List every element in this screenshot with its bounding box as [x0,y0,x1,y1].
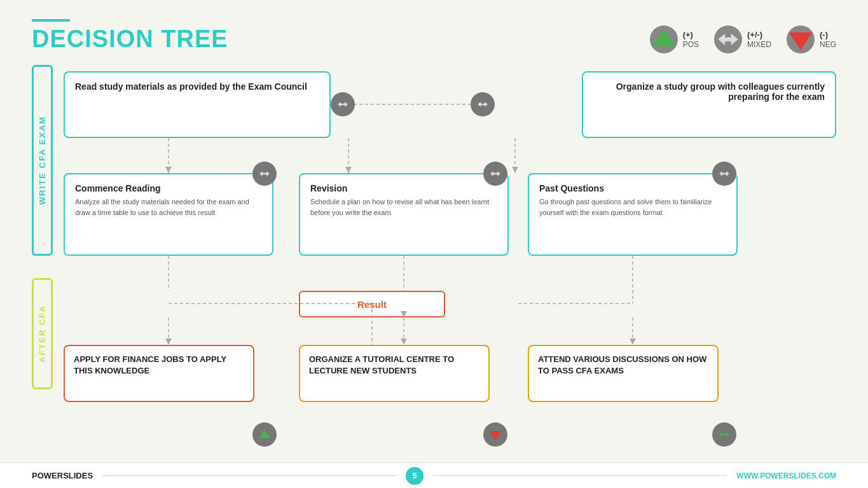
box-revision: Revision Schedule a plan on how to revis… [299,173,509,256]
box-commence: Commence Reading Analyze all the study m… [64,173,273,256]
title-black: DECISION [32,25,161,52]
svg-marker-26 [490,171,500,176]
side-label-write: WRITE CFA EXAM [32,65,53,256]
legend-mixed-text: (+/-) MIXED [747,30,771,49]
connector-revision-top [483,162,507,186]
mixed-arrow-circle [714,25,742,53]
title-accent [32,19,70,22]
svg-marker-17 [345,167,352,173]
footer-page-number: 5 [406,467,424,485]
svg-marker-20 [165,338,172,345]
box-commence-title: Commence Reading [75,183,262,193]
connector-apply-arrow [252,422,277,447]
header: DECISION TREE (+) POS [32,19,836,53]
svg-marker-25 [259,171,270,176]
legend-pos: (+) POS [650,25,699,53]
box-attend-title: ATTEND VARIOUS DISCUSSIONS ON HOW TO PAS… [538,354,708,377]
footer-brand-light: SLIDES [63,471,93,480]
svg-marker-21 [401,338,407,345]
footer: POWERSLIDES 5 WWW.POWERSLIDES.COM [0,463,868,488]
box-attend: ATTEND VARIOUS DISCUSSIONS ON HOW TO PAS… [528,345,719,402]
box-past-title: Past Questions [539,183,726,193]
box-revision-title: Revision [310,183,497,193]
svg-marker-18 [512,167,518,173]
diagram: WRITE CFA EXAM AFTER CFA [32,65,836,434]
neg-arrow-circle [787,25,815,53]
connector-commence-top [252,162,277,186]
box-tutorial: ORGANIZE A TUTORIAL CENTRE TO LECTURE NE… [299,345,490,402]
svg-marker-27 [719,171,729,176]
svg-marker-24 [478,102,488,107]
svg-marker-22 [630,338,636,345]
svg-marker-16 [165,167,172,173]
title-block: DECISION TREE [32,19,228,53]
footer-brand-bold: POWER [32,471,63,480]
footer-brand: POWERSLIDES [32,471,93,480]
connector-tutorial-arrow [483,422,507,447]
side-label-after: AFTER CFA [32,278,53,389]
connector-attend-arrow [712,422,736,447]
title-teal: TREE [161,25,228,52]
box-read: Read study materials as provided by the … [64,71,331,138]
page-title: DECISION TREE [32,25,228,53]
box-result: Result [299,291,445,317]
legend-neg: (-) NEG [787,25,836,53]
svg-marker-1 [718,34,738,46]
box-read-title: Read study materials as provided by the … [75,81,319,92]
svg-marker-29 [490,431,501,440]
svg-marker-2 [789,32,813,50]
connector-organize-mixed [471,92,495,116]
footer-line-left [102,475,396,476]
box-revision-desc: Schedule a plan on how to revise all wha… [310,197,497,218]
connector-read-mixed [331,92,355,116]
page: DECISION TREE (+) POS [0,0,868,488]
svg-marker-28 [259,429,270,438]
box-past: Past Questions Go through past questions… [528,173,738,256]
content-area: Read study materials as provided by the … [64,65,836,434]
pos-arrow-circle [650,25,678,53]
svg-marker-0 [652,29,675,47]
box-apply-title: APPLY FOR FINANCE JOBS TO APPLY THIS KNO… [74,354,244,377]
legend-mixed: (+/-) MIXED [714,25,771,53]
svg-marker-23 [338,102,348,107]
legend-neg-text: (-) NEG [820,30,836,49]
box-organize: Organize a study group with colleagues c… [582,71,836,138]
footer-url: WWW.POWERSLIDES.COM [736,471,836,480]
box-tutorial-title: ORGANIZE A TUTORIAL CENTRE TO LECTURE NE… [309,354,479,377]
svg-marker-30 [719,432,729,437]
connector-past-top [712,162,736,186]
legend: (+) POS (+/-) MIXED [650,25,836,53]
box-result-title: Result [357,299,387,310]
legend-pos-text: (+) POS [683,30,699,49]
box-apply: APPLY FOR FINANCE JOBS TO APPLY THIS KNO… [64,345,254,402]
box-commence-desc: Analyze all the study materials needed f… [75,197,262,218]
box-past-desc: Go through past questions and solve them… [539,197,726,218]
footer-line-right [433,475,727,476]
box-organize-title: Organize a study group with colleagues c… [593,81,825,102]
